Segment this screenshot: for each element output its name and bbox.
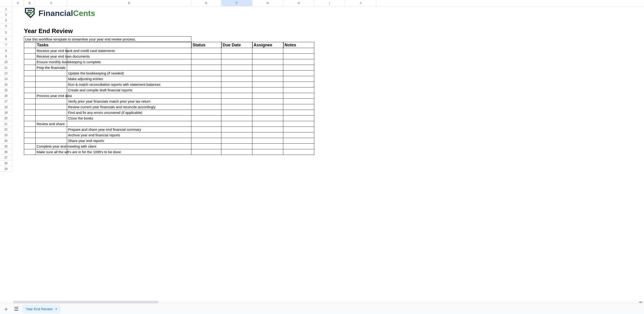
cell-I[interactable] [314,149,345,155]
cell-C[interactable]: Prep the financials [36,65,67,70]
cell-A[interactable] [12,65,24,70]
row-header-24[interactable]: 24 [0,138,12,144]
cell-E[interactable] [191,82,222,87]
cell-D[interactable] [67,144,191,149]
cell-G[interactable] [252,144,283,149]
chevron-down-icon[interactable]: ▼ [55,308,58,310]
cell-C[interactable]: Receive year end loan documents [36,54,67,59]
cell-C[interactable] [36,12,67,17]
cell-I[interactable] [314,104,345,110]
cell-F[interactable] [222,65,252,70]
cell-J[interactable] [345,76,376,82]
row-header-3[interactable]: 3 [0,17,12,23]
cell-F[interactable] [222,54,252,59]
cell-H[interactable] [283,76,314,82]
cell-H[interactable]: Notes [283,42,314,48]
cell-G[interactable] [252,93,283,99]
cell-A[interactable] [12,115,24,121]
cell-A[interactable] [12,161,24,166]
row-header-16[interactable]: 16 [0,93,12,99]
cell-G[interactable] [252,127,283,132]
cell-B[interactable] [24,144,36,149]
cell-A[interactable] [12,59,24,65]
cell-E[interactable] [191,70,222,76]
cell-J[interactable] [345,110,376,115]
row-header-12[interactable]: 12 [0,70,12,76]
cell-F[interactable] [222,82,252,87]
row-header-18[interactable]: 18 [0,104,12,110]
cell-A[interactable] [12,149,24,155]
cell-B[interactable] [24,115,36,121]
cell-C[interactable]: Review and share [36,121,67,127]
cell-J[interactable] [345,161,376,166]
cell-F[interactable] [222,110,252,115]
cell-E[interactable] [191,161,222,166]
cell-E[interactable] [191,12,222,17]
cell-E[interactable] [191,6,222,12]
cell-F[interactable] [222,115,252,121]
cell-D[interactable] [67,166,191,172]
cell-B[interactable] [24,93,36,99]
column-header-I[interactable]: I [314,0,345,6]
cell-I[interactable] [314,110,345,115]
cell-G[interactable] [252,76,283,82]
cell-B[interactable] [24,76,36,82]
cell-D[interactable]: Prepare and share year end financial sum… [67,127,191,132]
cell-A[interactable] [12,42,24,48]
cell-G[interactable] [252,110,283,115]
cell-G[interactable] [252,54,283,59]
cell-J[interactable] [345,12,376,17]
cell-H[interactable] [283,99,314,104]
cell-G[interactable] [252,149,283,155]
cell-J[interactable] [345,138,376,144]
cell-A[interactable] [12,23,24,29]
row-header-15[interactable]: 15 [0,87,12,93]
cell-B[interactable]: FinancialCents [24,6,36,12]
cell-E[interactable] [191,115,222,121]
row-header-10[interactable]: 10 [0,59,12,65]
cell-J[interactable] [345,70,376,76]
column-header-C[interactable]: C [36,0,67,6]
cell-I[interactable] [314,127,345,132]
cell-G[interactable] [252,104,283,110]
cell-J[interactable] [345,54,376,59]
cell-I[interactable] [314,161,345,166]
cell-H[interactable] [283,149,314,155]
column-header-G[interactable]: G [252,0,283,6]
cell-D[interactable]: Close the books [67,115,191,121]
row-header-28[interactable]: 28 [0,161,12,166]
cell-E[interactable] [191,121,222,127]
row-header-19[interactable]: 19 [0,110,12,115]
cell-C[interactable] [36,161,67,166]
cell-B[interactable] [24,65,36,70]
cell-H[interactable] [283,144,314,149]
cell-H[interactable] [283,155,314,161]
cell-H[interactable] [283,54,314,59]
cell-H[interactable] [283,48,314,54]
cell-G[interactable] [252,132,283,138]
cell-E[interactable] [191,149,222,155]
cell-B[interactable]: Year End Review [24,29,36,36]
cell-E[interactable] [191,29,222,36]
cell-H[interactable] [283,104,314,110]
cell-B[interactable] [24,99,36,104]
cell-J[interactable] [345,6,376,12]
cell-C[interactable] [36,87,67,93]
cell-D[interactable] [67,59,191,65]
cell-I[interactable] [314,70,345,76]
add-sheet-button[interactable]: ＋ [2,305,10,313]
cell-E[interactable] [191,155,222,161]
cell-F[interactable] [222,166,252,172]
cell-A[interactable] [12,166,24,172]
cell-A[interactable] [12,87,24,93]
cell-D[interactable]: Find and fix any errors uncovered (if ap… [67,110,191,115]
cell-F[interactable] [222,127,252,132]
cell-B[interactable] [24,110,36,115]
cell-I[interactable] [314,48,345,54]
cell-F[interactable] [222,29,252,36]
cell-H[interactable] [283,36,314,42]
scroll-left-icon[interactable]: ◀ [639,301,640,303]
cell-D[interactable] [67,149,191,155]
column-header-E[interactable]: E [191,0,222,6]
cell-G[interactable] [252,161,283,166]
